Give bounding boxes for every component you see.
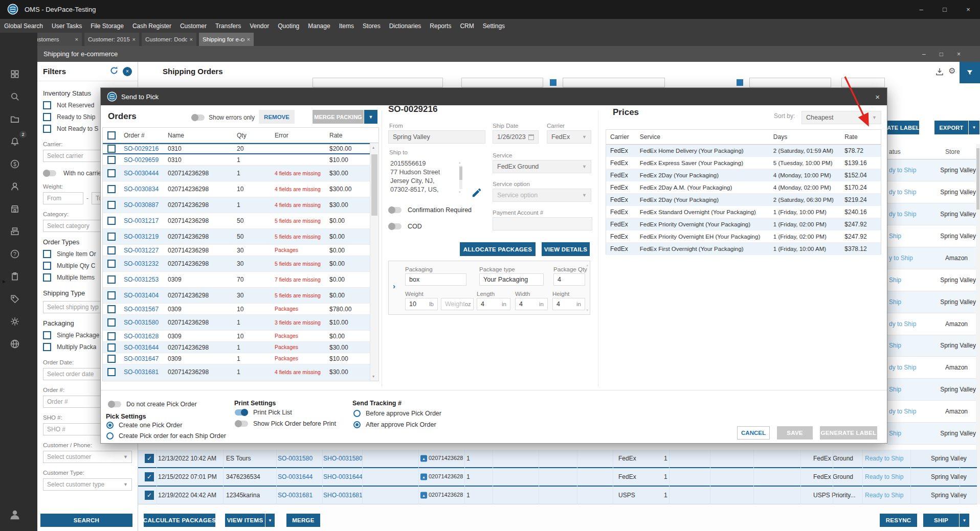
row-checkbox[interactable] [107,275,116,284]
grid-row[interactable]: y to ShipAmazon [887,247,976,269]
grid-row[interactable]: dy to ShipSpring Valley [887,159,976,181]
orders-column-header[interactable]: Qty [233,132,271,139]
order-row[interactable]: SO-0031232 020714236298 30 5 fields are … [103,256,378,272]
register-icon[interactable] [10,226,20,237]
orders-column-header[interactable]: Rate [325,132,368,139]
cancel-button[interactable]: CANCEL [737,426,770,440]
menu-item[interactable]: Global Search [4,22,43,30]
tag-icon[interactable] [10,294,20,304]
price-row[interactable]: FedExFedEx 2Day (Your Packaging)2 (Satur… [606,194,881,206]
ship-dropdown-arrow[interactable]: ▼ [960,514,969,527]
save-button[interactable]: SAVE [777,426,813,440]
order-link[interactable]: SO-0031217 [120,217,164,224]
status-link[interactable]: Ship [887,276,940,284]
row-checkbox[interactable] [107,343,116,352]
status-link[interactable]: dy to Ship [887,167,940,174]
menu-item[interactable]: Quoting [278,22,299,30]
grid-row[interactable]: ShipSpring Valley [887,269,976,291]
maximize-button[interactable]: □ [933,0,956,19]
expand-arrow-icon[interactable]: ► [2,279,7,284]
scroll-down-icon[interactable]: ▾ [586,308,588,312]
pick-option-row[interactable]: Create one Pick Order [106,422,182,429]
folder-icon[interactable] [10,114,20,124]
row-checkbox[interactable] [107,201,116,209]
grid-row[interactable]: ShipSpring Valley [887,379,976,401]
menu-item[interactable]: Dictionaries [389,22,421,30]
menu-item[interactable]: Transfers [215,22,241,30]
price-row[interactable]: FedExFedEx Home Delivery (Your Packaging… [606,145,881,157]
order-row[interactable]: SO-0031404 020714236298 30 5 fields are … [103,288,378,304]
menu-item[interactable]: CRM [460,22,474,30]
tab-customer-dodosha[interactable]: Customer: Dodosha× [142,33,196,46]
radio-icon[interactable] [106,422,114,429]
order-row[interactable]: SO-0031628 0309 10 Packages $0.00 [103,331,378,342]
confirmation-required-toggle[interactable] [388,207,402,213]
checkbox-icon[interactable] [43,250,51,258]
help-icon[interactable]: ? [10,249,20,259]
customer-icon[interactable] [10,181,20,192]
payment-account-field[interactable] [493,217,592,230]
ship-to-scrollbar[interactable] [459,166,462,189]
radio-icon[interactable] [353,410,361,417]
status-link[interactable]: Ready to Ship [865,492,903,499]
edit-address-icon[interactable] [471,187,482,198]
status-link[interactable]: Ship [887,342,940,349]
store-icon[interactable] [10,204,20,214]
sales-order-link[interactable]: SO-0031580 [278,455,313,462]
menu-item[interactable]: Manage [308,22,330,30]
status-link[interactable]: Ship [887,233,940,240]
order-row[interactable]: SO-0031227 020714236298 30 Packages $0.0… [103,245,378,256]
order-row[interactable]: SO-0029216 0310 20 $200.00 [103,143,378,154]
menu-item[interactable]: User Tasks [52,22,82,30]
row-checkbox[interactable] [107,355,116,363]
width-field[interactable]: 4in [515,298,548,310]
close-icon[interactable]: × [244,36,250,42]
prices-column-header[interactable]: Carrier [606,133,636,141]
row-checkbox[interactable] [107,145,116,153]
download-icon[interactable] [935,67,944,76]
checkbox-icon[interactable] [43,101,51,109]
grid-row[interactable]: ✓ 12/13/2022 10:42 AM ES Tours SO-003158… [138,450,977,468]
order-row[interactable]: SO-0030834 020714236298 10 4 fields are … [103,181,378,197]
order-row[interactable]: SO-0031219 020714236298 50 5 fields are … [103,229,378,245]
merge-button[interactable]: MERGE [286,514,320,527]
toggle-icon[interactable] [43,170,56,176]
menu-item[interactable]: Stores [363,22,381,30]
packaging-field[interactable]: box [405,273,466,286]
row-checkbox[interactable] [107,260,116,268]
grid-row[interactable]: ✓ 12/19/2022 04:42 AM 12345karina SO-003… [138,487,977,504]
show-pick-order-toggle[interactable] [235,421,248,427]
refresh-icon[interactable] [109,66,119,77]
grid-row[interactable]: ✓ 12/15/2022 07:01 PM 3476236534 SO-0031… [138,468,977,487]
user-icon[interactable] [9,509,21,521]
select-all-checkbox[interactable] [107,131,116,140]
ship-order-link[interactable]: SHO-0031580 [323,455,363,462]
radio-icon[interactable] [353,421,361,428]
grid-row[interactable]: dy to ShipSpring Valley [887,181,976,203]
grid-filter-input[interactable] [841,78,885,87]
order-row[interactable]: SO-0031681 020714236298 1 4 fields are m… [103,364,378,380]
row-checkbox[interactable] [107,156,116,164]
price-row[interactable]: FedExFedEx Express Saver (Your Packaging… [606,157,881,169]
row-checkbox[interactable] [107,332,116,340]
grid-row[interactable]: dy to ShipAmazon [887,313,976,335]
checkbox-icon[interactable] [43,331,51,339]
order-link[interactable]: SO-0031404 [120,292,164,299]
grid-row[interactable]: ShipSpring Valley [887,423,976,445]
status-link[interactable]: Ship [887,386,940,393]
order-link[interactable]: SO-0030444 [120,170,164,177]
status-link[interactable]: dy to Ship [887,364,945,371]
grid-row[interactable]: ShipSpring Valley [887,335,976,357]
filter-select[interactable]: Select customer type▼ [43,478,132,491]
status-link[interactable]: Ship [887,430,940,437]
checkbox-icon[interactable] [43,113,51,121]
price-row[interactable]: FedExFedEx Priority Overnight EH (Your P… [606,230,881,243]
pick-option-row[interactable]: Create Pick order for each Ship Order [106,432,226,440]
menu-item[interactable]: Vendor [250,22,269,30]
order-row[interactable]: SO-0031647 0309 1 Packages $10.00 [103,353,378,364]
store-column-header[interactable]: Store [945,148,960,155]
order-row[interactable]: SO-0029659 0310 1 $10.00 [103,154,378,166]
checkbox-icon[interactable] [43,273,51,282]
status-link[interactable]: dy to Ship [887,211,940,218]
prices-column-header[interactable]: Service [636,133,769,141]
